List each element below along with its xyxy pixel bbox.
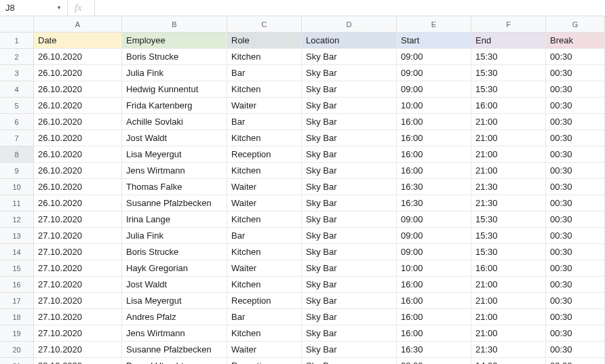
header-cell[interactable]: Employee xyxy=(122,33,227,49)
cell[interactable]: Sky Bar xyxy=(302,195,397,211)
cell[interactable]: 16:00 xyxy=(397,146,471,163)
cell[interactable]: 16:00 xyxy=(397,293,471,309)
cell[interactable]: 16:00 xyxy=(397,309,471,325)
cell[interactable]: Hayk Gregorian xyxy=(122,260,227,277)
header-cell[interactable]: Date xyxy=(34,33,122,49)
row-header-2[interactable]: 2 xyxy=(0,49,34,65)
cell[interactable]: 00:30 xyxy=(546,130,605,146)
cell[interactable]: 00:30 xyxy=(546,98,605,114)
cell[interactable]: 00:30 xyxy=(546,146,605,163)
cell[interactable]: 00:30 xyxy=(546,325,605,342)
cell[interactable]: 16:00 xyxy=(397,163,471,179)
cell[interactable]: 00:30 xyxy=(546,163,605,179)
cell[interactable]: 00:30 xyxy=(546,277,605,293)
cell[interactable]: Boris Strucke xyxy=(122,244,227,260)
cell[interactable]: 27.10.2020 xyxy=(34,228,122,244)
cell[interactable]: Julia Fink xyxy=(122,65,227,81)
cell[interactable]: Sky Bar xyxy=(302,342,397,358)
cell[interactable]: 21:00 xyxy=(471,277,546,293)
formula-input[interactable] xyxy=(95,0,605,16)
cell[interactable]: Kitchen xyxy=(227,277,302,293)
row-header-15[interactable]: 15 xyxy=(0,260,34,277)
cell[interactable]: 27.10.2020 xyxy=(34,309,122,325)
cell[interactable]: Waiter xyxy=(227,98,302,114)
cell[interactable]: Bar xyxy=(227,114,302,130)
cell[interactable]: Sky Bar xyxy=(302,98,397,114)
cell[interactable]: Sky Bar xyxy=(302,244,397,260)
cell[interactable]: 00:30 xyxy=(546,342,605,358)
cell[interactable]: Waiter xyxy=(227,342,302,358)
column-header-A[interactable]: A xyxy=(34,16,122,33)
cell[interactable]: 26.10.2020 xyxy=(34,195,122,211)
cell[interactable]: 09:00 xyxy=(397,211,471,228)
cell[interactable]: 00:30 xyxy=(546,260,605,277)
cell[interactable]: Kitchen xyxy=(227,244,302,260)
cell[interactable]: 26.10.2020 xyxy=(34,49,122,65)
cell[interactable]: Reception xyxy=(227,293,302,309)
cell[interactable]: 21:30 xyxy=(471,195,546,211)
row-header-17[interactable]: 17 xyxy=(0,293,34,309)
cell[interactable]: 26.10.2020 xyxy=(34,130,122,146)
column-header-F[interactable]: F xyxy=(471,16,546,33)
cell[interactable]: 00:30 xyxy=(546,114,605,130)
cell[interactable]: Reception xyxy=(227,146,302,163)
cell[interactable]: Sky Bar xyxy=(302,309,397,325)
cell[interactable]: 09:00 xyxy=(397,244,471,260)
cell[interactable]: Sky Bar xyxy=(302,130,397,146)
cell[interactable]: Sky Bar xyxy=(302,211,397,228)
cell[interactable]: 10:00 xyxy=(397,260,471,277)
cell[interactable]: Sky Bar xyxy=(302,277,397,293)
cell[interactable]: 09:00 xyxy=(397,65,471,81)
cell[interactable]: 00:00 xyxy=(546,358,605,364)
row-header-16[interactable]: 16 xyxy=(0,277,34,293)
cell[interactable]: Lisa Meyergut xyxy=(122,293,227,309)
cell[interactable]: Sky Bar xyxy=(302,228,397,244)
cell[interactable]: Kitchen xyxy=(227,163,302,179)
cell[interactable]: 26.10.2020 xyxy=(34,114,122,130)
cell[interactable]: Kitchen xyxy=(227,49,302,65)
cell[interactable]: Kitchen xyxy=(227,130,302,146)
cell[interactable]: 26.10.2020 xyxy=(34,179,122,195)
cell[interactable]: Waiter xyxy=(227,195,302,211)
header-cell[interactable]: End xyxy=(471,33,546,49)
cell[interactable]: Frida Kartenberg xyxy=(122,98,227,114)
cell[interactable]: 27.10.2020 xyxy=(34,277,122,293)
cell[interactable]: Lisa Meyergut xyxy=(122,146,227,163)
cell[interactable]: 26.10.2020 xyxy=(34,65,122,81)
cell[interactable]: 16:00 xyxy=(397,114,471,130)
row-header-3[interactable]: 3 xyxy=(0,65,34,81)
cell[interactable]: Reception xyxy=(227,358,302,364)
cell[interactable]: Kitchen xyxy=(227,211,302,228)
cell[interactable]: Sky Bar xyxy=(302,65,397,81)
cell[interactable]: 21:00 xyxy=(471,309,546,325)
cell[interactable]: 27.10.2020 xyxy=(34,325,122,342)
cell[interactable]: 00:30 xyxy=(546,211,605,228)
row-header-18[interactable]: 18 xyxy=(0,309,34,325)
cell[interactable]: 15:30 xyxy=(471,49,546,65)
row-header-21[interactable]: 21 xyxy=(0,358,34,364)
spreadsheet-grid[interactable]: ABCDEFG1DateEmployeeRoleLocationStartEnd… xyxy=(0,16,605,364)
cell[interactable]: 26.10.2020 xyxy=(34,81,122,98)
row-header-13[interactable]: 13 xyxy=(0,228,34,244)
cell[interactable]: 16:00 xyxy=(471,98,546,114)
cell[interactable]: Jost Waldt xyxy=(122,130,227,146)
cell[interactable]: 16:30 xyxy=(397,342,471,358)
row-header-14[interactable]: 14 xyxy=(0,244,34,260)
column-header-G[interactable]: G xyxy=(546,16,605,33)
cell[interactable]: Jost Waldt xyxy=(122,277,227,293)
cell[interactable]: 00:30 xyxy=(546,49,605,65)
cell[interactable]: 27.10.2020 xyxy=(34,211,122,228)
cell[interactable]: Sky Bar xyxy=(302,81,397,98)
cell[interactable]: Sky Bar xyxy=(302,358,397,364)
row-header-19[interactable]: 19 xyxy=(0,325,34,342)
cell[interactable]: 16:30 xyxy=(397,179,471,195)
cell[interactable]: Julia Fink xyxy=(122,228,227,244)
column-header-D[interactable]: D xyxy=(302,16,397,33)
cell[interactable]: 21:30 xyxy=(471,179,546,195)
column-header-C[interactable]: C xyxy=(227,16,302,33)
cell[interactable]: Irina Lange xyxy=(122,211,227,228)
cell[interactable]: Jens Wirtmann xyxy=(122,163,227,179)
cell[interactable]: Waiter xyxy=(227,179,302,195)
cell[interactable]: 09:00 xyxy=(397,81,471,98)
cell[interactable]: Sky Bar xyxy=(302,260,397,277)
